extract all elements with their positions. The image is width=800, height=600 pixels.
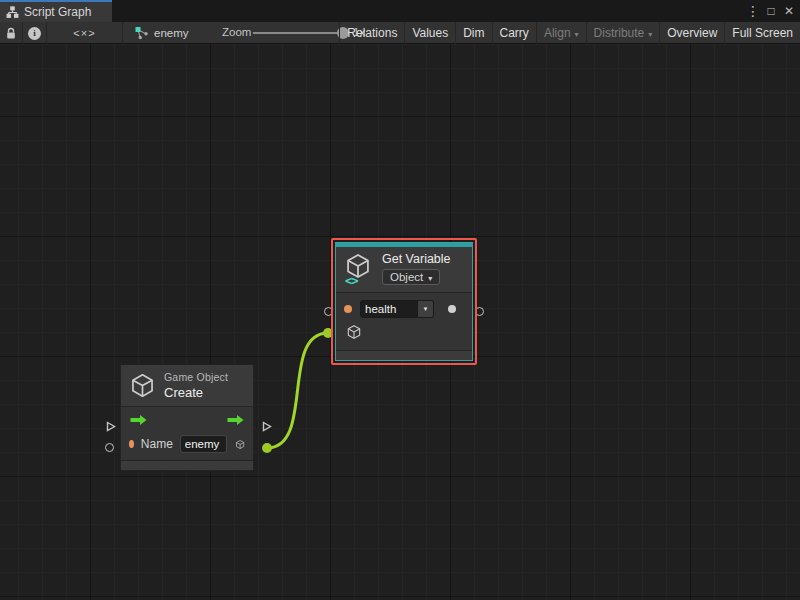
connection-wire[interactable] [267,333,328,448]
lock-icon [5,27,17,40]
flow-input-port[interactable] [104,420,117,433]
title-bar: Script Graph ⋮ □ ✕ [0,0,800,22]
info-button[interactable]: i [23,22,47,44]
code-icon: <×> [73,27,95,39]
node-type-namespace: Game Object [164,371,228,383]
align-button[interactable]: Align ▾ [536,22,586,44]
close-icon[interactable]: ✕ [780,0,798,22]
gameobject-cube-icon [129,372,156,399]
node-body: ▾ [336,292,472,350]
node-body: Name [121,406,253,460]
variable-name-input[interactable] [360,300,418,318]
create-gameobject-node[interactable]: Game Object Create Name [120,364,254,471]
value-port-icon[interactable] [129,440,134,448]
lock-button[interactable] [0,22,23,44]
variable-name-dropdown[interactable]: ▾ [418,300,434,318]
graph-toolbar: i <×> enemy Zoom 1x Relations Values Dim… [0,22,800,44]
info-icon: i [28,27,41,40]
get-variable-node[interactable]: <> Get Variable Object ▾ [335,242,473,361]
dim-button[interactable]: Dim [455,22,491,44]
output-port-icon[interactable] [448,305,456,313]
relations-button[interactable]: Relations [339,22,404,44]
zoom-label: Zoom [222,26,251,38]
selection-outline: <> Get Variable Object ▾ [331,238,477,365]
flow-out-arrow-icon[interactable] [226,414,245,426]
flow-in-arrow-icon[interactable] [129,414,148,426]
graph-canvas[interactable]: Game Object Create Name [0,44,800,600]
variable-scope-dropdown[interactable]: Object ▾ [382,269,440,285]
maximize-icon[interactable]: □ [762,0,780,22]
node-footer [121,460,253,470]
wire-start-port[interactable] [262,443,272,453]
variable-icon: <> [344,252,374,286]
node-header: Game Object Create [121,365,253,406]
fullscreen-button[interactable]: Full Screen [724,22,800,44]
value-port-icon[interactable] [344,305,352,313]
name-row: Name [121,433,253,455]
object-row [336,321,472,343]
object-port-icon[interactable] [346,324,362,340]
tab-script-graph[interactable]: Script Graph [0,0,112,22]
overview-button[interactable]: Overview [659,22,724,44]
window-menu-icon[interactable]: ⋮ [744,0,762,22]
toolbar-buttons: Relations Values Dim Carry Align ▾ Distr… [339,22,800,44]
node-header: <> Get Variable Object ▾ [336,247,472,292]
name-label: Name [141,437,173,451]
script-graph-asset-icon [134,26,149,40]
distribute-button[interactable]: Distribute ▾ [586,22,660,44]
gameobject-port-icon[interactable] [235,436,245,453]
script-graph-window: Script Graph ⋮ □ ✕ i <×> [0,0,800,600]
chevron-down-icon: ▾ [648,30,652,39]
zoom-slider-track[interactable] [253,32,345,34]
graph-name: enemy [154,27,189,39]
chevron-down-icon: ▾ [575,30,579,39]
node-footer [336,350,472,360]
tab-title: Script Graph [24,5,91,19]
variable-name-row: ▾ [336,297,472,321]
values-button[interactable]: Values [404,22,455,44]
graph-tree-icon [6,6,19,19]
node-title: Create [164,385,228,400]
variable-brackets-icon: <> [345,274,357,288]
graph-reference[interactable]: enemy [134,22,189,44]
chevron-down-icon: ▾ [428,274,432,283]
node-title: Get Variable [382,252,451,266]
name-input[interactable] [180,435,227,453]
name-value-port[interactable] [105,443,114,452]
carry-button[interactable]: Carry [492,22,536,44]
flow-output-port[interactable] [260,420,273,433]
flow-row [121,409,253,431]
code-preview-button[interactable]: <×> [47,22,123,44]
